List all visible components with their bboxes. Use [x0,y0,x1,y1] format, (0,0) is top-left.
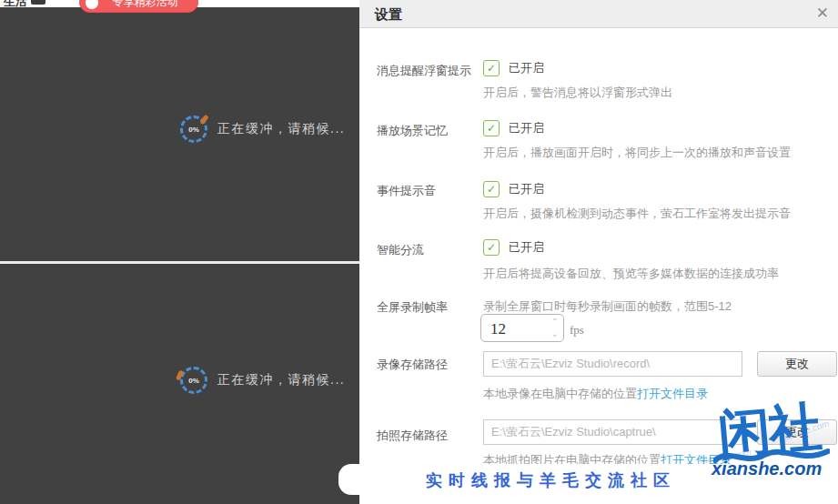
loading-spinner-icon: 0% [180,116,207,143]
toggle-status: 已开启 [509,239,544,256]
dialog-title: 设置 [375,6,402,24]
desc-fullscreen-fps: 录制全屏窗口时每秒录制画面的帧数，范围5-12 [483,298,732,315]
toggle-event-sound: ✓ 已开启 [483,181,544,197]
video-panel-divider [0,261,359,264]
record-path-input[interactable] [483,351,742,377]
fps-stepper[interactable]: ⌃ ⌄ [480,314,564,342]
video-area [0,0,359,504]
watermark-banner-text: 实时线报与羊毛交流社区 [426,469,676,491]
label-record-path: 录像存储路径 [377,357,448,373]
spinner-segment-icon [199,115,209,126]
chevron-up-icon[interactable]: ⌃ [551,316,559,328]
checkbox-checked-icon[interactable]: ✓ [483,60,500,76]
buffer-percent: 0% [188,377,199,385]
toggle-status: 已开启 [509,181,544,197]
label-fullscreen-fps: 全屏录制帧率 [377,299,448,316]
promo-banner-button[interactable]: 专享精彩活动 [79,0,198,13]
desc-smart-stream: 开启后将提高设备回放、预览等多媒体数据的连接成功率 [483,266,779,282]
toggle-smart-stream: ✓ 已开启 [483,239,544,256]
open-record-folder-link[interactable]: 打开文件目录 [637,387,708,400]
label-event-sound: 事件提示音 [377,183,436,199]
fps-unit-label: fps [570,323,584,338]
buffering-message: 正在缓冲，请稍候... [217,121,345,137]
record-path-desc-text: 本地录像在电脑中存储的位置 [483,387,637,400]
label-playback-memory: 播放场景记忆 [377,123,448,139]
buffer-percent: 0% [188,126,199,134]
fps-value-input[interactable] [489,317,545,341]
desc-playback-memory: 开启后，播放画面开启时，将同步上一次的播放和声音设置 [483,145,791,161]
desc-record-path: 本地录像在电脑中存储的位置打开文件目录 [483,386,708,402]
dialog-header: 设置 ✕ [359,0,838,28]
loading-spinner-icon: 0% [180,367,207,394]
toggle-message-popup: ✓ 已开启 [483,60,544,76]
promo-icon [86,0,98,9]
capture-path-input[interactable] [483,419,742,445]
checkbox-checked-icon[interactable]: ✓ [483,120,500,136]
chevron-down-icon[interactable]: ⌄ [551,328,559,339]
tab-life[interactable]: 生活 [4,0,27,10]
desc-message-popup: 开启后，警告消息将以浮窗形式弹出 [483,85,672,101]
close-icon[interactable]: ✕ [816,5,829,23]
label-capture-path: 拍照存储路径 [377,428,448,444]
promo-label: 专享精彩活动 [113,0,178,8]
toggle-status: 已开启 [509,120,544,136]
toggle-status: 已开启 [509,60,544,76]
toggle-playback-memory: ✓ 已开启 [483,120,544,136]
checkbox-checked-icon[interactable]: ✓ [483,239,500,256]
watermark-domain: xianshe.com [712,459,822,479]
video-panel-1-buffering[interactable]: 0% 正在缓冲，请稍候... [180,116,345,143]
label-message-popup: 消息提醒浮窗提示 [377,63,471,79]
label-smart-stream: 智能分流 [377,242,424,258]
menu-icon[interactable] [31,0,45,5]
desc-event-sound: 开启后，摄像机检测到动态事件，萤石工作室将发出提示音 [483,206,791,222]
video-panel-2-buffering[interactable]: 0% 正在缓冲，请稍候... [180,367,345,394]
buffering-message: 正在缓冲，请稍候... [217,372,345,388]
record-path-change-button[interactable]: 更改 [757,351,837,377]
checkbox-checked-icon[interactable]: ✓ [483,181,500,197]
